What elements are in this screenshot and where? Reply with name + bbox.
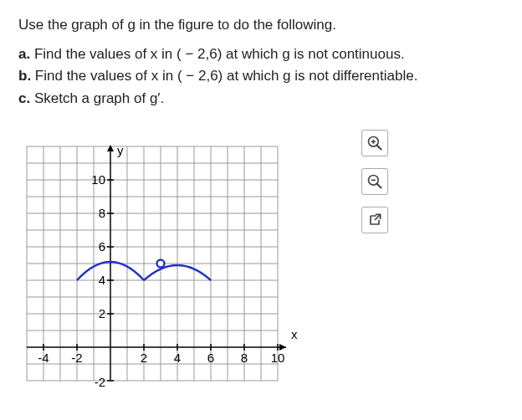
- x-tick-2: 2: [141, 351, 147, 365]
- y-tick-n2: -2: [95, 375, 105, 389]
- part-a-label: a.: [18, 46, 30, 62]
- svg-line-43: [377, 145, 381, 149]
- x-tick-n2: -2: [71, 351, 82, 365]
- y-tick-8: 8: [99, 206, 105, 220]
- part-a-text: Find the values of x in ( − 2,6) at whic…: [34, 46, 405, 62]
- part-c-label: c.: [18, 90, 30, 106]
- x-tick-10: 10: [271, 351, 285, 365]
- y-tick-6: 6: [99, 239, 105, 254]
- y-tick-4: 4: [99, 273, 105, 287]
- question-intro: Use the graph of g in the figure to do t…: [18, 15, 504, 36]
- open-circle-discontinuity: [157, 259, 165, 267]
- popout-button[interactable]: [361, 207, 388, 233]
- part-b-label: b.: [18, 68, 31, 84]
- part-c-text: Sketch a graph of g′.: [34, 90, 164, 106]
- zoom-out-button[interactable]: [361, 168, 388, 195]
- y-axis-arrow: [107, 145, 114, 151]
- x-axis-label: x: [291, 327, 298, 341]
- zoom-out-icon: [366, 173, 383, 190]
- zoom-in-icon: [366, 135, 383, 151]
- graph-of-g: 10 8 6 4 2 -2 -4 -2 2 4 6 8 10: [18, 130, 320, 397]
- x-tick-4: 4: [174, 351, 181, 365]
- popout-icon: [366, 212, 383, 228]
- zoom-in-button[interactable]: [361, 130, 388, 156]
- x-axis-arrow: [279, 344, 286, 351]
- y-axis-label: y: [117, 143, 124, 157]
- x-tick-n4: -4: [38, 351, 49, 365]
- x-tick-8: 8: [241, 351, 248, 365]
- y-tick-10: 10: [91, 172, 105, 187]
- part-b-text: Find the values of x in ( − 2,6) at whic…: [35, 68, 418, 84]
- svg-line-47: [377, 183, 381, 187]
- y-tick-2: 2: [99, 306, 105, 320]
- x-tick-6: 6: [207, 351, 214, 365]
